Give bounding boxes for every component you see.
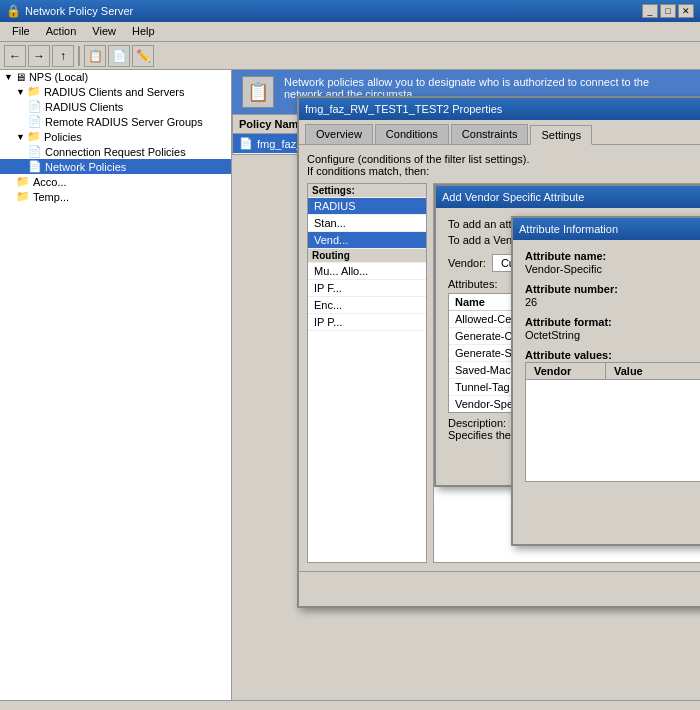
doc-icon-4: 📄 <box>28 160 42 173</box>
np-header-icon: 📋 <box>242 76 274 108</box>
properties-bottom-bar: Add... Close <box>299 571 700 606</box>
settings-content: Configure (conditions of the filter list… <box>299 145 700 571</box>
tree-label-radius-clients: RADIUS Clients <box>45 101 123 113</box>
settings-desc-text: Configure (conditions of the filter list… <box>307 153 530 177</box>
ai-dialog: Attribute Information ✕ Attribute name: … <box>511 216 700 546</box>
ai-body: Attribute name: Vendor-Specific Attribut… <box>513 240 700 510</box>
ai-col-value: Value <box>606 363 700 379</box>
avs-vendor-label: Vendor: <box>448 257 486 269</box>
ai-attr-table[interactable]: Vendor Value <box>525 362 700 482</box>
tabs-bar: Overview Conditions Constraints Settings <box>299 120 700 145</box>
folder-icon-4: 📁 <box>16 190 30 203</box>
forward-button[interactable]: → <box>28 45 50 67</box>
doc-icon: 📄 <box>28 100 42 113</box>
tree-item-radius-clients[interactable]: 📄 RADIUS Clients <box>0 99 231 114</box>
avs-titlebar: Add Vendor Specific Attribute ✕ <box>436 186 700 208</box>
delete-button[interactable]: ✏️ <box>132 45 154 67</box>
toolbar: ← → ↑ 📋 📄 ✏️ <box>0 42 700 70</box>
settings-item-ip-p[interactable]: IP P... <box>308 314 426 331</box>
status-bar <box>0 700 700 710</box>
properties-title: fmg_faz_RW_TEST1_TEST2 Properties <box>305 103 700 115</box>
properties-titlebar: fmg_faz_RW_TEST1_TEST2 Properties _ □ ✕ <box>299 98 700 120</box>
nps-icon: 🖥 <box>15 71 26 83</box>
minimize-button[interactable]: _ <box>642 4 658 18</box>
ai-attr-name-label: Attribute name: <box>525 250 700 262</box>
toolbar-separator <box>78 46 80 66</box>
menu-help[interactable]: Help <box>124 24 163 39</box>
tree-label-conn: Connection Request Policies <box>45 146 186 158</box>
avs-title: Add Vendor Specific Attribute <box>442 191 700 203</box>
ai-table-header: Vendor Value <box>526 363 700 380</box>
tab-constraints[interactable]: Constraints <box>451 124 529 144</box>
app-title: Network Policy Server <box>25 5 642 17</box>
ai-btn-row: OK Cancel <box>513 510 700 544</box>
avs-dialog: Add Vendor Specific Attribute ✕ To add a… <box>434 184 700 487</box>
tree-label-radius: RADIUS Clients and Servers <box>44 86 185 98</box>
folder-icon: 📁 <box>27 85 41 98</box>
settings-description: Configure (conditions of the filter list… <box>307 153 700 177</box>
folder-icon-2: 📁 <box>27 130 41 143</box>
main-layout: ▼ 🖥 NPS (Local) ▼ 📁 RADIUS Clients and S… <box>0 70 700 700</box>
ai-attr-values-label: Attribute values: <box>525 349 700 361</box>
up-button[interactable]: ↑ <box>52 45 74 67</box>
tree-label-remote-radius: Remote RADIUS Server Groups <box>45 116 203 128</box>
ai-title: Attribute Information <box>519 223 700 235</box>
ai-attr-format-label: Attribute format: <box>525 316 700 328</box>
ai-attr-format-value: OctetString <box>525 329 700 341</box>
settings-left-panel: Settings: RADIUS Stan... Vend... Routing… <box>307 183 427 563</box>
tree-item-acco[interactable]: 📁 Acco... <box>0 174 231 189</box>
settings-item-enc[interactable]: Enc... <box>308 297 426 314</box>
menu-action[interactable]: Action <box>38 24 85 39</box>
maximize-button[interactable]: □ <box>660 4 676 18</box>
policy-icon: 📄 <box>239 137 253 150</box>
ai-values-area: Vendor Value Add... Edit... <box>525 362 700 500</box>
expand-arrow-policies: ▼ <box>16 132 25 142</box>
tree-item-nps[interactable]: ▼ 🖥 NPS (Local) <box>0 70 231 84</box>
expand-arrow-radius: ▼ <box>16 87 25 97</box>
tree-item-policies[interactable]: ▼ 📁 Policies <box>0 129 231 144</box>
tab-overview[interactable]: Overview <box>305 124 373 144</box>
back-button[interactable]: ← <box>4 45 26 67</box>
settings-right-panel: Vendor: Custom Attributes: Name Allowed-… <box>433 183 700 563</box>
tree-label-net-policies: Network Policies <box>45 161 126 173</box>
doc-icon-2: 📄 <box>28 115 42 128</box>
tree-item-remote-radius[interactable]: 📄 Remote RADIUS Server Groups <box>0 114 231 129</box>
app-icon: 🔒 <box>6 4 21 18</box>
menu-bar: File Action View Help <box>0 22 700 42</box>
left-panel: ▼ 🖥 NPS (Local) ▼ 📁 RADIUS Clients and S… <box>0 70 232 700</box>
settings-header-settings: Settings: <box>308 184 426 198</box>
settings-item-mu[interactable]: Mu... Allo... <box>308 263 426 280</box>
settings-item-vend[interactable]: Vend... <box>308 232 426 249</box>
tree-label-policies: Policies <box>44 131 82 143</box>
tree-label-temp: Temp... <box>33 191 69 203</box>
ai-values-table-area: Vendor Value <box>525 362 700 500</box>
settings-item-ip-f[interactable]: IP F... <box>308 280 426 297</box>
tree-item-temp[interactable]: 📁 Temp... <box>0 189 231 204</box>
menu-file[interactable]: File <box>4 24 38 39</box>
properties-window: fmg_faz_RW_TEST1_TEST2 Properties _ □ ✕ … <box>297 96 700 608</box>
folder-icon-3: 📁 <box>16 175 30 188</box>
close-button[interactable]: ✕ <box>678 4 694 18</box>
ai-titlebar: Attribute Information ✕ <box>513 218 700 240</box>
tree-item-conn-request[interactable]: 📄 Connection Request Policies <box>0 144 231 159</box>
tree-label-nps: NPS (Local) <box>29 71 88 83</box>
tab-settings[interactable]: Settings <box>530 125 592 145</box>
expand-arrow: ▼ <box>4 72 13 82</box>
ai-attr-number-value: 26 <box>525 296 700 308</box>
tree-item-network-policies[interactable]: 📄 Network Policies <box>0 159 231 174</box>
tree-item-radius-clients-servers[interactable]: ▼ 📁 RADIUS Clients and Servers <box>0 84 231 99</box>
ai-col-vendor: Vendor <box>526 363 606 379</box>
settings-header-routing: Routing <box>308 249 426 263</box>
title-bar: 🔒 Network Policy Server _ □ ✕ <box>0 0 700 22</box>
title-bar-buttons: _ □ ✕ <box>642 4 694 18</box>
copy-button[interactable]: 📋 <box>84 45 106 67</box>
ai-attr-number-label: Attribute number: <box>525 283 700 295</box>
menu-view[interactable]: View <box>84 24 124 39</box>
tree-label-acco: Acco... <box>33 176 67 188</box>
tab-conditions[interactable]: Conditions <box>375 124 449 144</box>
right-panel: 📋 Network policies allow you to designat… <box>232 70 700 700</box>
settings-item-stan[interactable]: Stan... <box>308 215 426 232</box>
doc-icon-3: 📄 <box>28 145 42 158</box>
paste-button[interactable]: 📄 <box>108 45 130 67</box>
settings-item-radius[interactable]: RADIUS <box>308 198 426 215</box>
